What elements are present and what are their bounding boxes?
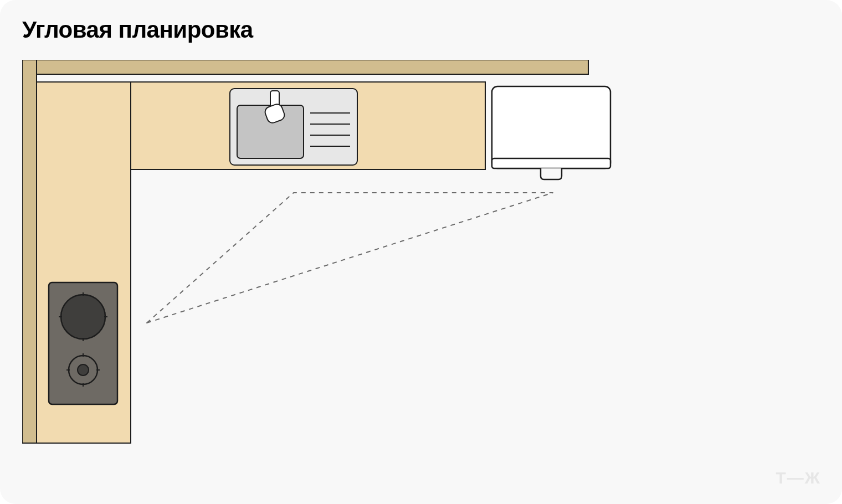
fridge-icon [492,86,610,179]
svg-rect-8 [492,86,610,168]
svg-rect-9 [492,158,610,168]
side-wall [22,60,37,443]
watermark: Т—Ж [776,469,821,487]
svg-point-17 [78,364,89,376]
hob-icon [49,282,117,404]
counter-seam-cover [38,83,130,168]
work-triangle [147,193,553,323]
back-wall [22,60,588,74]
page-title: Угловая планировка [22,17,253,43]
diagram-card: Угловая планировка [0,0,842,504]
sink-icon [230,89,357,165]
kitchen-layout-diagram [22,60,626,453]
svg-point-11 [61,295,105,339]
